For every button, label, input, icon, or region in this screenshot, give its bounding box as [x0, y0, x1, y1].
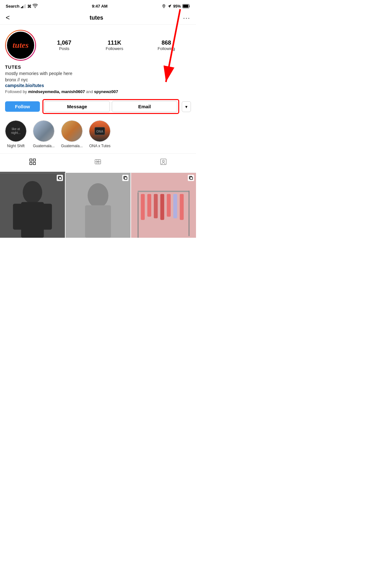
- status-time: 9:47 AM: [92, 4, 107, 9]
- svg-rect-17: [21, 202, 44, 238]
- photo-cell-3[interactable]: [131, 173, 196, 238]
- guatemala1-bg: [33, 121, 54, 142]
- svg-rect-19: [42, 204, 52, 230]
- photo-cell-1[interactable]: [0, 173, 65, 238]
- svg-point-23: [88, 183, 109, 208]
- highlight-ona[interactable]: ONA ONA x Tutes: [89, 120, 111, 148]
- multi-icon-2: [122, 175, 129, 181]
- svg-point-16: [23, 181, 42, 204]
- ona-logo: ONA: [94, 127, 105, 135]
- highlight-ring-ona: ONA: [89, 120, 111, 142]
- bar1: [21, 7, 22, 8]
- svg-point-14: [162, 160, 164, 162]
- message-button[interactable]: Message: [44, 101, 110, 112]
- email-button[interactable]: Email: [112, 101, 177, 112]
- reels-icon: [94, 158, 102, 167]
- photo-cell-2[interactable]: [66, 173, 130, 238]
- highlight-label-ona: ONA x Tutes: [89, 144, 111, 148]
- following-label: Following: [158, 46, 175, 51]
- highlight-ring-guatemala2: [61, 120, 83, 142]
- svg-rect-30: [188, 191, 189, 236]
- bio-line1: mostly memories with people here: [5, 71, 191, 77]
- status-bar: Search ⌘ 9:47 AM 95%: [0, 0, 196, 11]
- svg-rect-21: [59, 177, 61, 179]
- more-options-button[interactable]: ···: [183, 14, 190, 22]
- highlight-label-nightshift: Night Shift: [7, 144, 24, 148]
- svg-point-0: [163, 5, 164, 6]
- svg-rect-18: [13, 204, 23, 230]
- multi-square-icon: [58, 176, 62, 180]
- photo-3-svg: [131, 173, 196, 238]
- photo-1-svg: [0, 173, 65, 238]
- multi-square-icon-2: [123, 176, 127, 180]
- tab-grid[interactable]: [0, 154, 65, 173]
- highlight-nightshift[interactable]: like at night... Night Shift: [5, 120, 27, 148]
- signal-bars: [21, 4, 26, 8]
- dropdown-button[interactable]: ▾: [182, 101, 191, 112]
- message-email-group: Message Email: [42, 99, 179, 114]
- svg-rect-31: [141, 194, 145, 220]
- followed-users: mindseyemedia, manish0607: [28, 89, 85, 94]
- battery-icon: [182, 4, 190, 8]
- back-button[interactable]: <: [6, 14, 10, 22]
- svg-rect-35: [167, 194, 171, 217]
- svg-rect-26: [124, 177, 127, 179]
- svg-rect-32: [147, 194, 151, 217]
- photo-2-svg: [66, 173, 130, 238]
- highlight-guatemala2[interactable]: Guatemala...: [61, 120, 83, 148]
- photo-grid: [0, 173, 196, 238]
- ona-bg: ONA: [89, 121, 110, 142]
- action-buttons: Follow Message Email ▾: [0, 98, 196, 118]
- photo-1-bg: [0, 173, 65, 238]
- tab-reels[interactable]: [65, 154, 130, 173]
- profile-header: tutes 1,067 Posts 111K Followers 868 Fol…: [0, 25, 196, 65]
- highlight-label-guatemala2: Guatemala...: [61, 144, 83, 148]
- location-icon: [162, 4, 166, 8]
- profile-username-nav: tutes: [90, 15, 103, 21]
- svg-rect-37: [180, 194, 184, 220]
- carrier-text: Search: [6, 4, 19, 9]
- navigation-icon: [168, 4, 172, 8]
- followed-more: spynewz007: [94, 89, 118, 94]
- multi-icon-3: [188, 175, 194, 181]
- bio-line2: bronx // nyc: [5, 77, 191, 83]
- photo-3-bg: [131, 173, 196, 238]
- avatar-text: tutes: [13, 41, 29, 50]
- bar3: [23, 5, 24, 8]
- wifi-icon: ⌘: [27, 4, 38, 9]
- nightshift-text: like at night...: [5, 126, 26, 136]
- bio-link[interactable]: campsite.bio/tutes: [5, 83, 191, 88]
- svg-rect-10: [33, 162, 35, 165]
- followed-and: and: [85, 89, 94, 94]
- posts-label: Posts: [57, 46, 71, 51]
- followers-count: 111K: [106, 40, 123, 46]
- svg-rect-7: [30, 159, 32, 161]
- highlights-section: like at night... Night Shift Guatemala..…: [0, 118, 196, 154]
- tab-bar: [0, 154, 196, 173]
- posts-count: 1,067: [57, 40, 71, 46]
- highlight-ring-nightshift: like at night...: [5, 120, 27, 142]
- svg-rect-24: [85, 205, 111, 238]
- svg-text:ONA: ONA: [96, 130, 103, 133]
- svg-rect-8: [33, 159, 35, 161]
- svg-rect-29: [138, 191, 190, 192]
- followers-label: Followers: [106, 46, 123, 51]
- followed-by-label: Followed by: [5, 89, 28, 94]
- follow-button[interactable]: Follow: [5, 101, 40, 112]
- stat-following[interactable]: 868 Following: [158, 40, 175, 51]
- bar2: [22, 6, 23, 8]
- svg-rect-13: [161, 159, 166, 165]
- tab-tagged[interactable]: [131, 154, 196, 173]
- stat-posts[interactable]: 1,067 Posts: [57, 40, 71, 51]
- multi-square-icon-3: [189, 176, 193, 180]
- bio-followed-by: Followed by mindseyemedia, manish0607 an…: [5, 89, 191, 94]
- svg-rect-28: [138, 192, 139, 238]
- svg-rect-33: [154, 194, 158, 218]
- stat-followers[interactable]: 111K Followers: [106, 40, 123, 51]
- photo-2-bg: [66, 173, 130, 238]
- avatar-ring: tutes: [5, 30, 36, 61]
- bar4: [25, 4, 26, 8]
- nav-bar: < tutes ···: [0, 11, 196, 25]
- highlight-guatemala1[interactable]: Guatemala...: [33, 120, 55, 148]
- guatemala2-bg: [61, 121, 82, 142]
